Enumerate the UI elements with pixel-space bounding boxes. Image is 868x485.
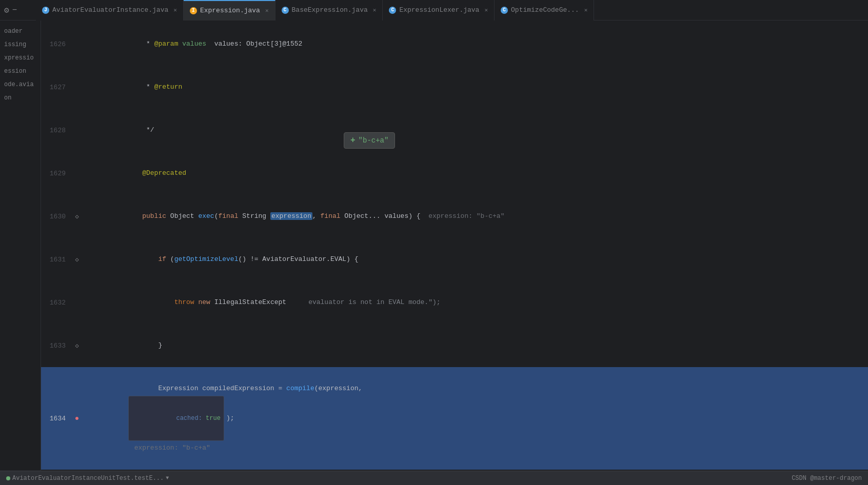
status-left: AviatorEvaluatorInstanceUnitTest.testE..… <box>6 475 169 482</box>
tab-label-base: BaseExpression.java <box>292 6 368 14</box>
tab-close-expression[interactable]: ✕ <box>265 7 269 14</box>
tab-bar: ⚙ − J AviatorEvaluatorInstance.java ✕ I … <box>0 0 868 21</box>
table-row: 1629 @Deprecated <box>41 152 868 195</box>
left-panel-item-4: ode.avia <box>0 79 41 90</box>
line-content: * @return <box>82 66 868 109</box>
line-gutter: ● <box>72 415 82 422</box>
line-gutter: ◇ <box>72 342 82 350</box>
tab-icon-optimize: C <box>501 7 508 14</box>
table-row: 1631 ◇ if (getOptimizeLevel() != Aviator… <box>41 238 868 281</box>
line-gutter: ◇ <box>72 213 82 220</box>
tooltip-plus-icon: + <box>350 136 356 145</box>
tooltip-text: "b-c+a" <box>359 136 389 145</box>
left-panel-item-5: on <box>0 92 41 104</box>
line-content: * @param values values: Object[3]@1552 <box>82 23 868 66</box>
tab-close-lexer[interactable]: ✕ <box>484 7 488 13</box>
line-content-highlighted: Expression compiledExpression = compile(… <box>82 367 868 470</box>
tab-base-expression[interactable]: C BaseExpression.java ✕ <box>275 0 383 21</box>
line-number: 1627 <box>41 84 72 91</box>
tab-icon-expression: I <box>190 7 197 14</box>
line-content: public Object exec(final String expressi… <box>82 195 868 238</box>
tab-expression-lexer[interactable]: C ExpressionLexer.java ✕ <box>383 0 495 21</box>
run-label: AviatorEvaluatorInstanceUnitTest.testE..… <box>12 475 164 482</box>
tooltip-popup: + "b-c+a" <box>344 132 395 149</box>
line-number: 1628 <box>41 127 72 134</box>
tab-optimize-codegen[interactable]: C OptimizeCodeGe... ✕ <box>495 0 594 21</box>
code-editor[interactable]: 1626 * @param values values: Object[3]@1… <box>41 21 868 471</box>
gutter-arrow: ◇ <box>75 342 78 350</box>
line-number: 1629 <box>41 170 72 177</box>
tab-aviator-evaluator[interactable]: J AviatorEvaluatorInstance.java ✕ <box>36 0 184 21</box>
tab-label-optimize: OptimizeCodeGe... <box>511 6 579 14</box>
left-panel-item-1: issing <box>0 39 41 50</box>
settings-area: ⚙ − <box>0 5 36 15</box>
line-number: 1632 <box>41 299 72 307</box>
tab-expression[interactable]: I Expression.java ✕ <box>184 0 275 21</box>
table-row: 1633 ◇ } <box>41 324 868 367</box>
gutter-arrow: ◇ <box>75 256 78 264</box>
tab-label-expression: Expression.java <box>200 7 260 14</box>
breakpoint-icon: ● <box>75 415 79 422</box>
tab-label-lexer: ExpressionLexer.java <box>399 6 479 14</box>
line-content: throw new IllegalStateExcept evaluator i… <box>82 281 868 324</box>
tab-icon-lexer: C <box>389 7 396 14</box>
line-content: if (getOptimizeLevel() != AviatorEvaluat… <box>82 238 868 281</box>
editor-container: oader issing xpressio ession ode.avia on… <box>0 21 868 471</box>
line-number: 1626 <box>41 41 72 48</box>
gear-icon[interactable]: ⚙ <box>4 5 9 15</box>
line-gutter: ◇ <box>72 256 82 264</box>
minimize-icon[interactable]: − <box>12 6 17 15</box>
line-content: if (compiledExpression != null) { <box>82 470 868 471</box>
tab-icon-aviator: J <box>42 7 49 14</box>
status-right: CSDN @master-dragon <box>792 475 862 482</box>
line-content: } <box>82 324 868 367</box>
table-row: 1628 */ <box>41 109 868 152</box>
line-content: */ <box>82 109 868 152</box>
tab-label-aviator: AviatorEvaluatorInstance.java <box>52 6 168 14</box>
gutter-arrow: ◇ <box>75 213 78 220</box>
line-number: 1631 <box>41 256 72 264</box>
line-number: 1634 <box>41 415 72 422</box>
tab-close-aviator[interactable]: ✕ <box>173 7 177 13</box>
left-panel: oader issing xpressio ession ode.avia on <box>0 21 41 471</box>
status-bar: AviatorEvaluatorInstanceUnitTest.testE..… <box>0 471 868 485</box>
run-dot <box>6 476 10 480</box>
line-number: 1630 <box>41 213 72 220</box>
table-row: 1632 throw new IllegalStateExcept evalua… <box>41 281 868 324</box>
status-brand: CSDN @master-dragon <box>792 475 862 482</box>
left-panel-item-3: ession <box>0 66 41 77</box>
line-content: @Deprecated <box>82 152 868 195</box>
table-row: 1627 * @return <box>41 66 868 109</box>
tab-close-base[interactable]: ✕ <box>373 7 377 13</box>
table-row: 1634 ● Expression compiledExpression = c… <box>41 367 868 470</box>
left-panel-item-0: oader <box>0 26 41 37</box>
run-indicator[interactable]: AviatorEvaluatorInstanceUnitTest.testE..… <box>6 475 169 482</box>
code-lines: 1626 * @param values values: Object[3]@1… <box>41 21 868 471</box>
tab-icon-base: C <box>282 7 289 14</box>
line-number: 1633 <box>41 342 72 350</box>
chevron-down-icon: ▼ <box>166 475 169 481</box>
left-panel-item-2: xpressio <box>0 52 41 64</box>
table-row: 1630 ◇ public Object exec(final String e… <box>41 195 868 238</box>
tab-close-optimize[interactable]: ✕ <box>584 7 588 13</box>
table-row: 1626 * @param values values: Object[3]@1… <box>41 23 868 66</box>
table-row: 1635 ◇ if (compiledExpression != null) { <box>41 470 868 471</box>
